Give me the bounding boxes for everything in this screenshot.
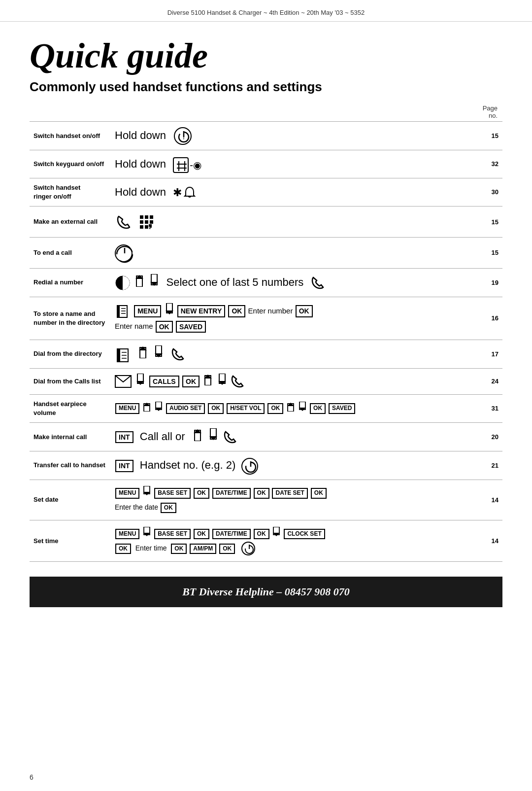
- row-label: Switch handsetringer on/off: [30, 178, 111, 206]
- row-action: Select one of last 5 numbers: [111, 268, 478, 297]
- ok-key-audio[interactable]: OK: [208, 403, 224, 414]
- set-time-line1: MENU BASE SET OK DATE/TIME OK: [115, 526, 474, 541]
- svg-rect-12: [150, 220, 153, 224]
- datetime-key2[interactable]: DATE/TIME: [212, 529, 251, 540]
- envelope-icon: [115, 377, 134, 385]
- row-action: Hold down ✱: [111, 178, 478, 206]
- ok-key-vol2[interactable]: OK: [310, 403, 326, 414]
- end-call-icon: [115, 244, 133, 262]
- svg-rect-13: [140, 225, 143, 229]
- menu-key2[interactable]: MENU: [115, 403, 139, 414]
- row-label: Redial a number: [30, 268, 111, 297]
- row-page: 30: [478, 178, 502, 206]
- row-page: 16: [478, 297, 502, 340]
- set-time-line2: OK Enter time OK AM/PM OK: [115, 541, 474, 555]
- arrow-down-icon4: [218, 374, 227, 389]
- table-row: Transfer call to handset INT Handset no.…: [30, 451, 502, 480]
- ok-key-time5[interactable]: OK: [219, 544, 235, 554]
- ok-key-time3[interactable]: OK: [115, 544, 131, 554]
- row-label: Set date: [30, 480, 111, 520]
- directory-icon2: [115, 348, 133, 360]
- row-page: 32: [478, 150, 502, 178]
- ok-key-date4[interactable]: OK: [161, 503, 176, 514]
- row-page: 21: [478, 451, 502, 480]
- int-key2[interactable]: INT: [115, 460, 133, 472]
- ok-key-calls[interactable]: OK: [182, 376, 200, 387]
- page-no-label: Pageno.: [30, 104, 502, 119]
- ok-key-3[interactable]: OK: [156, 321, 173, 333]
- new-entry-key[interactable]: NEW ENTRY: [177, 305, 225, 317]
- datetime-key[interactable]: DATE/TIME: [212, 488, 251, 499]
- int-key[interactable]: INT: [115, 431, 133, 443]
- calls-key[interactable]: CALLS: [149, 376, 179, 387]
- arr-up-sm2: [287, 402, 295, 416]
- hset-vol-key[interactable]: H/SET VOL: [227, 403, 265, 414]
- base-set-key[interactable]: BASE SET: [154, 488, 191, 499]
- table-row: Handset earpiece volume MENU: [30, 394, 502, 422]
- arr-down-sm2: [299, 402, 306, 416]
- ok-key-date2[interactable]: OK: [254, 488, 269, 499]
- table-row: Make an external call: [30, 206, 502, 238]
- row-label: Switch keyguard on/off: [30, 150, 111, 178]
- arrow-up-icon2: [138, 345, 148, 363]
- ok-key-1[interactable]: OK: [228, 305, 245, 317]
- page-number: 6: [30, 773, 33, 781]
- row-page: 14: [478, 520, 502, 562]
- ampm-key[interactable]: AM/PM: [190, 544, 216, 554]
- menu-key[interactable]: MENU: [134, 305, 161, 317]
- table-row: Set time MENU BASE SET OK DATE/TIME: [30, 520, 502, 562]
- arrow-down-icon: [149, 274, 159, 292]
- menu-key4[interactable]: MENU: [115, 529, 139, 540]
- row-label: Make internal call: [30, 423, 111, 451]
- ok-key-2[interactable]: OK: [296, 305, 313, 317]
- row-page: 15: [478, 122, 502, 150]
- row-label: Transfer call to handset: [30, 451, 111, 480]
- audio-set-key[interactable]: AUDIO SET: [166, 403, 205, 414]
- row-page: 31: [478, 394, 502, 422]
- table-row: Make internal call INT Call all or: [30, 423, 502, 451]
- base-set-key2[interactable]: BASE SET: [154, 529, 191, 540]
- main-content: Quick guide Commonly used handset functi…: [0, 22, 532, 617]
- set-date-line1: MENU BASE SET OK DATE/TIME OK DATE SET: [115, 486, 474, 501]
- row-page: 14: [478, 480, 502, 520]
- svg-rect-10: [140, 220, 143, 224]
- table-row: Switch keyguard on/off Hold down: [30, 150, 502, 178]
- row-action: CALLS OK: [111, 369, 478, 395]
- call-phone-icon: [310, 276, 326, 288]
- date-set-key[interactable]: DATE SET: [272, 488, 307, 499]
- row-label: To store a name andnumber in the directo…: [30, 297, 111, 340]
- page-wrapper: Diverse 5100 Handset & Charger ~ 4th Edi…: [0, 0, 532, 791]
- table-row: Switch handsetringer on/off Hold down ✱: [30, 178, 502, 206]
- menu-key3[interactable]: MENU: [115, 488, 139, 499]
- clock-set-key[interactable]: CLOCK SET: [284, 529, 325, 540]
- row-action: Hold down -◉: [111, 150, 478, 178]
- row-page: 19: [478, 268, 502, 297]
- row-label: Dial from the Calls list: [30, 369, 111, 395]
- arr-down-time: [143, 527, 151, 541]
- saved-key2[interactable]: SAVED: [329, 403, 355, 414]
- svg-rect-7: [140, 215, 143, 219]
- action-line-2: Enter name OK SAVED: [115, 319, 474, 334]
- ok-key-date3[interactable]: OK: [311, 488, 327, 499]
- page-title: Quick guide: [30, 36, 502, 75]
- row-action: MENU AUDIO SET OK: [111, 394, 478, 422]
- header-text: Diverse 5100 Handset & Charger ~ 4th Edi…: [167, 9, 365, 16]
- ok-key-time4[interactable]: OK: [171, 544, 187, 554]
- arr-down-time2: [272, 527, 280, 541]
- call-phone-icon2: [170, 347, 186, 360]
- ok-key-time2[interactable]: OK: [254, 529, 269, 540]
- row-label: Dial from the directory: [30, 340, 111, 368]
- ok-key-hset[interactable]: OK: [267, 403, 283, 414]
- saved-key[interactable]: SAVED: [176, 321, 206, 333]
- subtitle: Commonly used handset functions and sett…: [30, 79, 502, 95]
- top-header: Diverse 5100 Handset & Charger ~ 4th Edi…: [0, 0, 532, 22]
- table-row: To end a call 15: [30, 237, 502, 268]
- row-page: 15: [478, 237, 502, 268]
- arrow-down-icon2: [154, 345, 164, 363]
- directory-icon: [115, 307, 132, 315]
- ok-key-time1[interactable]: OK: [194, 529, 209, 540]
- ok-key-date1[interactable]: OK: [194, 488, 209, 499]
- svg-rect-14: [145, 225, 148, 229]
- row-action: MENU BASE SET OK DATE/TIME OK DATE SET: [111, 480, 478, 520]
- call-phone-icon3: [230, 377, 245, 385]
